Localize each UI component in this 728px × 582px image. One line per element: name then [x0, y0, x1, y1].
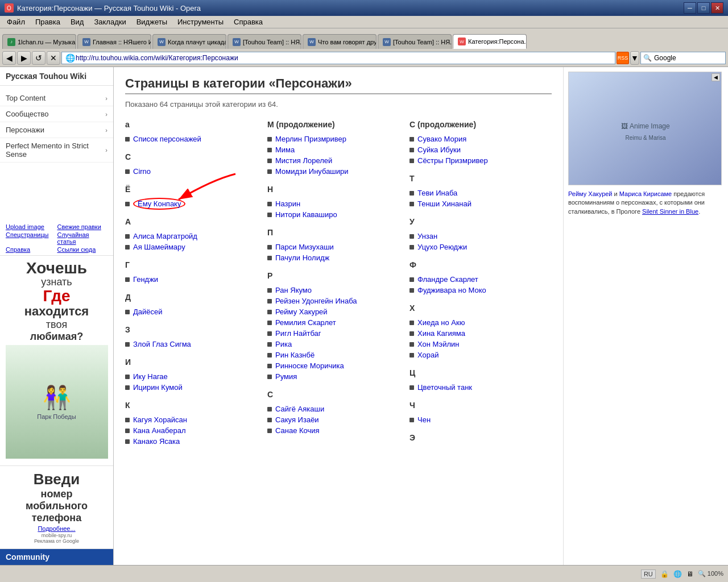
sidebar-item-characters[interactable]: Персонажи ›	[0, 122, 113, 138]
item-kana[interactable]: Кана Анаберал	[125, 425, 256, 436]
link-random-article[interactable]: Случайная статья	[57, 231, 108, 245]
link-rin[interactable]: Рин Казнбё	[275, 351, 315, 359]
forward-button[interactable]: ▶	[17, 51, 31, 65]
link-mystia[interactable]: Мистия Лорелей	[275, 156, 332, 165]
item-tewi[interactable]: Теви Инаба	[410, 188, 540, 198]
link-hourai[interactable]: Хорай	[417, 351, 439, 359]
link-chen[interactable]: Чен	[417, 415, 431, 424]
wiki-reimu-link[interactable]: Рейму Хакурей	[568, 190, 613, 197]
link-wriggle[interactable]: Ригл Найтбаг	[275, 329, 321, 338]
link-patchouli[interactable]: Пачули Нолидж	[275, 253, 329, 262]
ad2-link[interactable]: Подробнее...	[38, 525, 75, 532]
link-flandre[interactable]: Фландре Скарлет	[417, 275, 478, 284]
wiki-marisa-link[interactable]: Мариса Кирисаме	[619, 190, 672, 197]
item-hong[interactable]: Хон Мэйлин	[410, 339, 540, 350]
link-saigyou[interactable]: Сайгё Аякаши	[275, 405, 324, 413]
link-sanae[interactable]: Санае Кочия	[275, 426, 320, 435]
item-youmu[interactable]: Ёму Конпаку	[125, 198, 256, 209]
link-genji[interactable]: Генджи	[133, 275, 158, 284]
item-alice[interactable]: Алиса Маргатройд	[125, 231, 256, 242]
menu-view[interactable]: Вид	[66, 16, 89, 27]
link-spisok[interactable]: Список персонажей	[133, 135, 201, 143]
link-tenshi[interactable]: Тенши Хинанай	[417, 199, 471, 208]
item-wriggle[interactable]: Ригл Найтбаг	[267, 328, 398, 339]
link-reisen[interactable]: Рейзен Удонгейн Инаба	[275, 297, 357, 305]
item-nazrin[interactable]: Назрин	[267, 198, 398, 209]
link-rika[interactable]: Рика	[275, 340, 292, 348]
link-aya[interactable]: Ая Шамеймару	[133, 243, 185, 251]
back-button[interactable]: ◀	[2, 51, 16, 65]
link-suwako[interactable]: Сувако Мория	[417, 135, 466, 143]
link-daiyousei[interactable]: Дайёсей	[133, 307, 163, 316]
image-minimize-button[interactable]: ◀	[712, 73, 720, 81]
item-patchouli[interactable]: Пачули Нолидж	[267, 252, 398, 263]
link-iku[interactable]: Ику Нагае	[133, 372, 168, 381]
item-reisen[interactable]: Рейзен Удонгейн Инаба	[267, 296, 398, 306]
item-suika[interactable]: Суйка Ибуки	[410, 144, 540, 155]
item-mystia[interactable]: Мистия Лорелей	[267, 155, 398, 166]
link-momiji[interactable]: Момидзи Инубашири	[275, 167, 349, 176]
item-hieda[interactable]: Хиеда но Акю	[410, 317, 540, 328]
link-kana[interactable]: Кана Анаберал	[133, 426, 185, 435]
item-sakuya[interactable]: Сакуя Изаёи	[267, 414, 398, 425]
menu-widgets[interactable]: Виджеты	[132, 16, 172, 27]
menu-bookmarks[interactable]: Закладки	[89, 16, 130, 27]
item-nitori[interactable]: Нитори Каваширо	[267, 209, 398, 220]
link-tewi[interactable]: Теви Инаба	[417, 189, 457, 197]
item-spisok[interactable]: Список персонажей	[125, 134, 256, 144]
item-ran[interactable]: Ран Якумо	[267, 285, 398, 296]
tab-2[interactable]: W Когда плачут цикада... ✕	[152, 34, 226, 49]
item-flower-tank[interactable]: Цветочный танк	[410, 382, 540, 393]
link-merlin[interactable]: Мерлин Призмривер	[275, 135, 346, 143]
link-unzan[interactable]: Унзан	[417, 232, 437, 240]
link-nazrin[interactable]: Назрин	[275, 199, 300, 208]
rss-button[interactable]: RSS	[617, 52, 629, 64]
item-tenshi[interactable]: Тенши Хинанай	[410, 198, 540, 209]
sidebar-item-community[interactable]: Сообщество ›	[0, 106, 113, 122]
link-ran[interactable]: Ран Якумо	[275, 286, 312, 294]
link-remilia[interactable]: Ремилия Скарлет	[275, 318, 336, 327]
link-special-pages[interactable]: Спецстраницы	[6, 231, 56, 245]
item-chen[interactable]: Чен	[410, 414, 540, 425]
tab-6[interactable]: W Категория:Персона... ✕	[453, 34, 527, 49]
menu-file[interactable]: Файл	[2, 16, 30, 27]
link-suika[interactable]: Суйка Ибуки	[417, 146, 461, 154]
sidebar-item-topcontent[interactable]: Top Content ›	[0, 90, 113, 106]
minimize-button[interactable]: ─	[684, 2, 696, 14]
item-hourai[interactable]: Хорай	[410, 350, 540, 360]
item-parsee[interactable]: Парси Мизухаши	[267, 242, 398, 252]
tab-3[interactable]: W [Touhou Team] :: НЯ... ✕	[228, 34, 301, 49]
link-backlinks[interactable]: Ссылки сюда	[57, 246, 108, 253]
sidebar-item-pmss[interactable]: Perfect Memento in Strict Sense ›	[0, 138, 113, 163]
tab-4[interactable]: W Что вам говорят дру... ✕	[303, 34, 377, 49]
item-kaguya[interactable]: Кагуя Хорайсан	[125, 414, 256, 425]
link-hieda[interactable]: Хиеда но Акю	[417, 318, 465, 327]
link-rinnosuke[interactable]: Ринноске Моричика	[275, 361, 344, 370]
link-rumia[interactable]: Румия	[275, 372, 297, 381]
link-prism-sisters[interactable]: Сёстры Призмривер	[417, 156, 488, 165]
link-recent-changes[interactable]: Свежие правки	[57, 223, 108, 230]
link-hina[interactable]: Хина Кагияма	[417, 329, 465, 338]
rss-dropdown[interactable]: ▼	[630, 51, 639, 65]
item-remilia[interactable]: Ремилия Скарлет	[267, 317, 398, 328]
tab-5[interactable]: W [Touhou Team] :: НЯ... ✕	[378, 34, 452, 49]
item-rumia[interactable]: Румия	[267, 371, 398, 382]
item-fujiwara[interactable]: Фудживара но Моко	[410, 285, 540, 296]
item-evil-eye[interactable]: Злой Глаз Сигма	[125, 339, 256, 350]
address-bar[interactable]: 🌐 http://ru.touhou.wikia.com/wiki/Катего…	[61, 52, 615, 64]
item-sanae[interactable]: Санае Кочия	[267, 425, 398, 436]
item-flandre[interactable]: Фландре Скарлет	[410, 274, 540, 285]
link-kaguya[interactable]: Кагуя Хорайсан	[133, 415, 187, 424]
tab-0[interactable]: ♪ 1lchan.ru — Музыка ✕	[2, 34, 76, 49]
item-merlin[interactable]: Мерлин Призмривер	[267, 134, 398, 144]
reload-button[interactable]: ↺	[32, 51, 46, 65]
item-ichirin[interactable]: Ицирин Кумой	[125, 382, 256, 393]
link-hong[interactable]: Хон Мэйлин	[417, 340, 459, 348]
link-parsee[interactable]: Парси Мизухаши	[275, 243, 334, 251]
link-kanako[interactable]: Канако Ясака	[133, 437, 180, 446]
wiki-sinner-link[interactable]: Silent Sinner in Blue	[642, 208, 698, 215]
community-bar[interactable]: Community	[0, 549, 113, 565]
item-rinnosuke[interactable]: Ринноске Моричика	[267, 360, 398, 371]
item-rika[interactable]: Рика	[267, 339, 398, 350]
title-bar-buttons[interactable]: ─ □ ✕	[684, 2, 723, 14]
